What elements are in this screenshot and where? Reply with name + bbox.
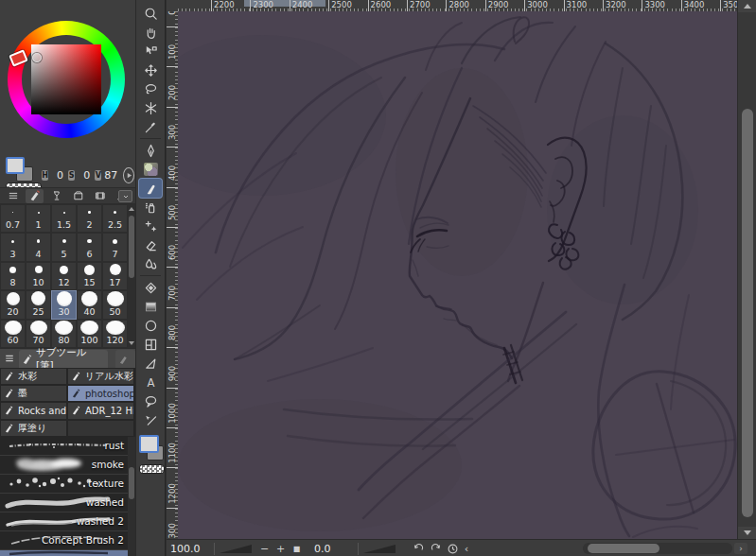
subtool-item-水彩[interactable]: 水彩 [0,368,67,385]
vertical-scroll-thumb[interactable] [742,109,753,517]
hand-tool[interactable] [139,23,162,42]
palette-tab-animation-tab[interactable] [91,189,109,203]
scroll-down-icon[interactable] [129,341,134,345]
balloon-tool[interactable] [139,391,162,410]
scroll-down-button[interactable] [738,527,756,539]
lasso-tool[interactable] [139,79,162,98]
zoom-percentage[interactable]: 100.0 [167,543,215,555]
brush-size-7[interactable]: 7 [102,233,128,261]
palette-tab-menu[interactable] [4,189,22,203]
scroll-right-button[interactable]: › [734,543,747,554]
brush-size-0.7[interactable]: 0.7 [0,204,26,233]
zoom-slider[interactable] [219,543,253,554]
brush-size-30[interactable]: 30 [51,290,77,319]
scroll-up-icon[interactable] [129,207,134,211]
brush-preset-washed[interactable]: washed [0,494,128,513]
frame-border-tool[interactable] [139,335,162,354]
brush-size-10[interactable]: 10 [26,262,51,290]
subtool-item-Rocks and[interactable]: Rocks and [0,402,67,419]
pen-tool[interactable] [139,141,162,160]
vertical-scrollbar[interactable] [737,0,756,539]
brush-size-15[interactable]: 15 [77,262,102,290]
brush-size-6[interactable]: 6 [77,233,102,261]
brush-size-3[interactable]: 3 [0,233,26,261]
brush-size-12[interactable]: 12 [51,262,77,290]
rotate-left-icon[interactable] [410,543,427,554]
brush-list-scrollbar[interactable] [128,437,135,556]
hue-value: 0 [51,169,63,182]
subtool-tab-brush[interactable]: サブツール[筆] [19,350,108,368]
brush-size-20[interactable]: 20 [0,290,26,319]
brush-preset-smoke[interactable]: smoke [0,456,128,475]
line-correction-tool[interactable] [139,410,162,429]
brush-size-120[interactable]: 120 [102,320,128,348]
polyline-tool[interactable] [139,354,162,373]
sv-cursor[interactable] [32,53,42,62]
rotation-value[interactable]: 0.0 [310,543,359,555]
zoom-tool[interactable] [139,4,162,23]
fill-tool[interactable] [139,278,162,297]
transparent-color-swatch[interactable] [139,464,165,474]
brush-preset-washed 2[interactable]: washed 2 [0,513,128,531]
auto-select-tool[interactable] [139,98,162,117]
airbrush-tool[interactable] [139,198,162,217]
brush-size-40[interactable]: 40 [77,290,102,319]
brush-size-25[interactable]: 25 [26,290,51,319]
operate-tool[interactable] [139,42,162,61]
scroll-up-button[interactable] [738,0,756,12]
blend-tool[interactable] [139,254,162,273]
brush-size-5[interactable]: 5 [51,233,77,261]
decoration-tool[interactable] [139,217,162,235]
color-slider-toggle-icon[interactable] [123,167,134,183]
text-tool[interactable]: A [139,373,162,391]
subtool-item-リアル水彩[interactable]: リアル水彩 [67,368,134,385]
brush-size-1.5[interactable]: 1.5 [51,204,77,233]
rotate-right-icon[interactable] [427,543,444,554]
brush-size-scrollbar[interactable] [128,204,135,348]
brush-preset-selected-partial[interactable] [0,550,128,556]
move-layer-tool[interactable] [139,61,162,79]
saturation-value-square[interactable] [31,44,101,114]
brush-size-60[interactable]: 60 [0,320,26,348]
gradient-tool[interactable] [139,297,162,316]
brush-preset-texture[interactable]: texture [0,475,128,494]
brush-size-2[interactable]: 2 [77,204,102,233]
palette-tab-material-tab[interactable] [69,189,87,203]
brush-size-2.5[interactable]: 2.5 [102,204,128,233]
panel-menu-icon[interactable] [4,353,15,366]
brush-preset-Concept Brush 2[interactable]: Concept Brush 2 [0,531,128,550]
palette-tab-color-set-tab[interactable] [47,189,65,203]
brush-tool[interactable] [139,179,162,198]
eyedropper-tool[interactable] [139,117,162,136]
chevron-down-icon[interactable] [118,190,132,202]
horizontal-scroll-thumb[interactable] [588,544,659,553]
zoom-out-button[interactable]: − [256,543,273,555]
brush-size-1[interactable]: 1 [26,204,51,233]
horizontal-scrollbar[interactable] [583,543,732,554]
foreground-color-swatch[interactable] [6,157,25,174]
brush-size-80[interactable]: 80 [51,320,77,348]
custom-brush-thumbnail-tool[interactable] [139,160,162,179]
brush-size-100[interactable]: 100 [77,320,102,348]
eraser-tool[interactable] [139,235,162,254]
collapse-left-icon[interactable]: ‹ [461,543,472,555]
brush-size-4[interactable]: 4 [26,233,51,261]
brush-size-70[interactable]: 70 [26,320,51,348]
subtool-item-photoshop[interactable]: photoshop [67,385,134,402]
brush-size-8[interactable]: 8 [0,262,26,290]
drawing-canvas[interactable] [178,11,737,539]
brush-size-17[interactable]: 17 [102,262,128,290]
brush-size-50[interactable]: 50 [102,290,128,319]
fit-to-screen-button[interactable]: ■ [289,545,305,553]
reset-view-icon[interactable] [444,543,461,555]
figure-tool[interactable] [139,316,162,335]
subtool-tab-secondary[interactable] [115,350,135,368]
foreground-color-swatch[interactable] [139,435,159,453]
subtool-item-厚塗り[interactable]: 厚塗り [0,420,67,437]
rotation-slider[interactable] [362,543,396,554]
zoom-in-button[interactable]: + [273,543,289,555]
subtool-item-ADR_12 Hi[interactable]: ADR_12 Hi [67,402,134,419]
subtool-item-墨[interactable]: 墨 [0,385,67,402]
brush-preset-rust[interactable]: rust [0,437,128,456]
palette-tab-brush-tab[interactable] [26,189,44,203]
